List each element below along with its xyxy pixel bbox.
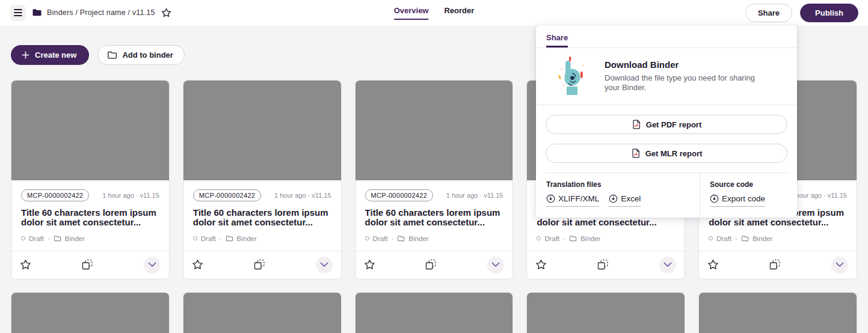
card-thumbnail[interactable] bbox=[183, 293, 341, 333]
card-status-row: Draft · Binder bbox=[365, 235, 503, 242]
folder-icon bbox=[32, 8, 42, 17]
export-code-link[interactable]: Export code bbox=[710, 194, 765, 207]
status-separator: · bbox=[220, 235, 222, 242]
status-label: Draft bbox=[373, 235, 388, 242]
translation-files-label: Translation files bbox=[546, 180, 700, 189]
binder-card[interactable] bbox=[355, 292, 514, 333]
plus-icon bbox=[21, 50, 30, 60]
star-icon[interactable] bbox=[192, 259, 203, 270]
binder-card[interactable] bbox=[11, 292, 170, 333]
pdf-file-icon bbox=[631, 148, 641, 158]
report-buttons: Get PDF report Get MLR report bbox=[536, 105, 797, 173]
binder-card[interactable]: MCP-0000002422 1 hour ago · v11.15 Title… bbox=[355, 80, 514, 280]
source-code-cell: Source code Export code bbox=[700, 173, 765, 218]
xliff-xml-label: XLIFF/XML bbox=[558, 194, 599, 203]
duplicate-icon[interactable] bbox=[254, 259, 265, 270]
tab-reorder[interactable]: Reorder bbox=[444, 6, 474, 19]
location-label: Binder bbox=[753, 235, 772, 242]
duplicate-icon[interactable] bbox=[425, 259, 437, 270]
publish-button[interactable]: Publish bbox=[800, 4, 858, 22]
download-binder-title: Download Binder bbox=[605, 60, 762, 70]
card-actions bbox=[527, 251, 685, 279]
get-pdf-report-label: Get PDF report bbox=[646, 120, 701, 129]
chevron-down-icon[interactable] bbox=[659, 257, 676, 273]
card-id-badge: MCP-0000002422 bbox=[193, 189, 261, 201]
pdf-file-icon bbox=[632, 120, 641, 129]
binder-card[interactable] bbox=[183, 292, 342, 333]
card-id-badge: MCP-0000002422 bbox=[365, 189, 433, 201]
card-actions bbox=[356, 251, 513, 279]
card-thumbnail[interactable] bbox=[699, 293, 857, 333]
favorite-star-icon[interactable] bbox=[161, 8, 171, 18]
status-dot-icon bbox=[193, 236, 197, 240]
pointing-hand-illustration bbox=[556, 57, 588, 95]
duplicate-icon[interactable] bbox=[769, 259, 781, 270]
duplicate-icon[interactable] bbox=[82, 259, 93, 270]
star-icon[interactable] bbox=[707, 259, 719, 270]
divider bbox=[546, 173, 790, 173]
card-thumbnail[interactable] bbox=[527, 293, 685, 333]
xliff-xml-link[interactable]: XLIFF/XML bbox=[546, 194, 599, 207]
tab-overview[interactable]: Overview bbox=[394, 6, 429, 20]
status-dot-icon bbox=[709, 236, 713, 240]
status-dot-icon bbox=[21, 236, 25, 240]
create-new-label: Create new bbox=[35, 50, 76, 60]
status-separator: · bbox=[563, 235, 565, 242]
card-meta: 1 hour ago · v11.15 bbox=[274, 192, 331, 199]
download-circle-icon bbox=[710, 194, 719, 203]
binder-folder-icon bbox=[54, 235, 61, 242]
card-actions bbox=[11, 251, 169, 279]
card-title[interactable]: Title 60 characters lorem ipsum dolor si… bbox=[365, 208, 503, 228]
binder-card[interactable] bbox=[698, 292, 857, 333]
card-thumbnail[interactable] bbox=[356, 293, 513, 333]
source-code-label: Source code bbox=[710, 180, 765, 189]
breadcrumb[interactable]: Binders / Project name / v11.15 bbox=[47, 8, 155, 17]
card-title[interactable]: Title 60 characters lorem ipsum dolor si… bbox=[21, 208, 159, 228]
card-thumbnail[interactable] bbox=[11, 293, 169, 333]
status-dot-icon bbox=[537, 236, 541, 240]
card-actions bbox=[699, 251, 857, 279]
star-icon[interactable] bbox=[364, 259, 375, 270]
card-thumbnail[interactable] bbox=[11, 81, 169, 180]
card-thumbnail[interactable] bbox=[356, 81, 513, 180]
star-icon[interactable] bbox=[535, 259, 547, 270]
export-code-label: Export code bbox=[722, 194, 765, 203]
card-thumbnail[interactable] bbox=[183, 81, 341, 180]
add-to-binder-button[interactable]: Add to binder bbox=[97, 45, 185, 65]
binder-card[interactable]: MCP-0000002422 1 hour ago · v11.15 Title… bbox=[11, 80, 170, 280]
card-actions bbox=[183, 251, 341, 279]
card-status-row: Draft · Binder bbox=[709, 235, 847, 242]
download-circle-icon bbox=[609, 194, 618, 203]
binder-folder-icon bbox=[569, 235, 577, 242]
hamburger-menu-icon[interactable] bbox=[10, 5, 26, 21]
star-icon[interactable] bbox=[20, 259, 31, 270]
chevron-down-icon[interactable] bbox=[316, 257, 333, 273]
chevron-down-icon[interactable] bbox=[831, 257, 848, 273]
get-mlr-report-label: Get MLR report bbox=[645, 149, 703, 158]
excel-link[interactable]: Excel bbox=[609, 194, 641, 207]
folder-outline-icon bbox=[107, 50, 117, 60]
card-status-row: Draft · Binder bbox=[193, 235, 331, 242]
card-id-badge: MCP-0000002422 bbox=[21, 189, 89, 201]
download-binder-description: Download the file type you need for shar… bbox=[605, 73, 762, 92]
share-button[interactable]: Share bbox=[745, 4, 792, 22]
binder-card[interactable] bbox=[526, 292, 685, 333]
chevron-down-icon[interactable] bbox=[144, 257, 161, 273]
chevron-down-icon[interactable] bbox=[487, 257, 504, 273]
location-label: Binder bbox=[237, 235, 257, 242]
get-pdf-report-button[interactable]: Get PDF report bbox=[546, 115, 787, 134]
binder-card[interactable]: MCP-0000002422 1 hour ago · v11.15 Title… bbox=[183, 80, 342, 280]
card-title[interactable]: Title 60 characters lorem ipsum dolor si… bbox=[193, 208, 331, 228]
create-new-button[interactable]: Create new bbox=[11, 45, 89, 65]
download-circle-icon bbox=[546, 194, 555, 203]
duplicate-icon[interactable] bbox=[597, 259, 609, 270]
location-label: Binder bbox=[580, 235, 600, 242]
translation-files-cell: Translation files XLIFF/XML Excel bbox=[536, 173, 700, 218]
share-popover-tab[interactable]: Share bbox=[546, 33, 568, 47]
binder-folder-icon bbox=[226, 235, 233, 242]
get-mlr-report-button[interactable]: Get MLR report bbox=[546, 144, 787, 163]
export-section: Translation files XLIFF/XML Excel Source… bbox=[536, 173, 797, 218]
share-popover-header: Share bbox=[536, 25, 797, 48]
status-dot-icon bbox=[365, 236, 369, 240]
card-status-row: Draft · Binder bbox=[537, 235, 675, 242]
